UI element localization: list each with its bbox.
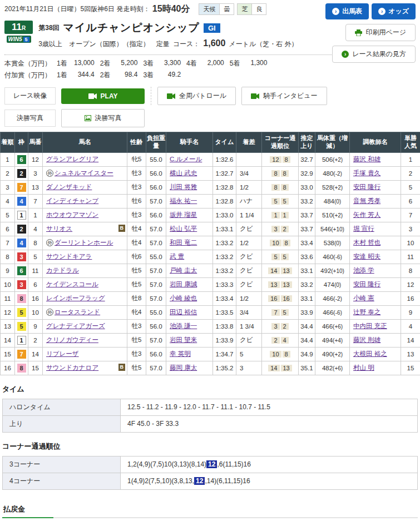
- jockey-link[interactable]: 幸 英明: [170, 350, 191, 357]
- jockey-link[interactable]: 武 豊: [170, 253, 184, 260]
- trainer-link[interactable]: 藤沢 則雄: [353, 336, 381, 343]
- horse-link[interactable]: サウンドカナロア: [46, 364, 98, 371]
- horse-link[interactable]: クリノガウディー: [46, 336, 98, 343]
- horse-link[interactable]: ロータスランド: [55, 309, 100, 315]
- trainer-cell: 村山 明: [350, 361, 401, 375]
- carried-weight-cell: 57.0: [146, 264, 166, 277]
- horse-number-cell: 15: [28, 361, 43, 375]
- chevron-right-icon: ›: [332, 8, 339, 15]
- jockey-link[interactable]: 松山 弘平: [170, 225, 197, 232]
- jockey-link[interactable]: 藤岡 康太: [170, 364, 197, 371]
- play-button[interactable]: PLAY: [61, 88, 145, 104]
- jockey-link[interactable]: 岩田 望来: [170, 336, 197, 343]
- trainer-link[interactable]: 安田 隆行: [353, 281, 381, 287]
- carried-weight-cell: 56.0: [146, 180, 166, 194]
- trainer-link[interactable]: 安達 昭夫: [353, 253, 381, 260]
- jockey-link[interactable]: 和田 竜二: [170, 239, 197, 246]
- jockey-interview-button[interactable]: 騎手インタビュー: [241, 87, 327, 105]
- horse-name-cell: Bサリオス: [43, 222, 127, 236]
- carried-weight-cell: 57.0: [146, 194, 166, 208]
- print-page-button[interactable]: 印刷用ページ: [345, 24, 416, 41]
- horse-link[interactable]: グランアレグリア: [46, 156, 98, 162]
- patrol-video-button[interactable]: 全周パトロール: [157, 87, 236, 105]
- trainer-link[interactable]: 安田 隆行: [353, 183, 381, 190]
- carried-weight-cell: 57.0: [146, 277, 166, 291]
- jockey-link[interactable]: 横山 武史: [170, 170, 197, 176]
- column-header: 馬番: [28, 132, 43, 153]
- time-cell: 1:33.9: [213, 333, 236, 347]
- corner-section-heading: コーナー通過順位: [2, 441, 418, 451]
- trainer-link[interactable]: 矢作 芳人: [353, 211, 381, 218]
- last-3f-cell: 33.7: [299, 208, 315, 222]
- trainer-link[interactable]: 辻野 泰之: [353, 309, 381, 315]
- entries-button[interactable]: › 出馬表: [325, 3, 369, 19]
- trainer-link[interactable]: 藤沢 和雄: [353, 156, 381, 162]
- prize-place: 2着: [100, 59, 111, 68]
- jockey-link[interactable]: 福永 祐一: [170, 197, 197, 204]
- jockey-link[interactable]: C.ルメール: [170, 156, 202, 162]
- trainer-link[interactable]: 村山 明: [353, 364, 374, 371]
- jockey-link[interactable]: 池添 謙一: [170, 322, 197, 329]
- column-header: タイム: [213, 132, 236, 153]
- horse-link[interactable]: リプレーザ: [46, 350, 79, 357]
- result-row: 16815Bサウンドカナロア牡557.0藤岡 康太1:35.23141335.1…: [1, 361, 420, 375]
- horse-link[interactable]: シュネルマイスター: [55, 170, 113, 176]
- trainer-cell: 堀 宣行: [350, 222, 401, 236]
- corner-position-cell: 32: [262, 319, 299, 333]
- horse-link[interactable]: インディチャンプ: [46, 197, 98, 204]
- body-weight-value: 506: [322, 156, 333, 163]
- jockey-link[interactable]: 川田 将雅: [170, 183, 197, 190]
- patrol-button-label: 全周パトロール: [179, 91, 226, 101]
- last-3f-cell: 34.4: [299, 319, 315, 333]
- trainer-link[interactable]: 木村 哲也: [353, 239, 381, 246]
- finish-photo-button[interactable]: 決勝写真: [61, 109, 145, 127]
- frame-badge: 7: [17, 183, 26, 192]
- horse-link[interactable]: カテドラル: [46, 267, 79, 274]
- horse-link[interactable]: グレナディアガーズ: [46, 322, 105, 329]
- winner-highlight: 12: [194, 477, 205, 485]
- body-weight-cell: 510(+2): [315, 208, 350, 222]
- jockey-cell: 武 豊: [166, 250, 213, 264]
- frame-badge: 7: [17, 350, 26, 359]
- corner-pass-box: 8: [271, 184, 279, 191]
- trainer-link[interactable]: 小崎 憲: [353, 295, 374, 301]
- blinker-badge: B: [118, 225, 126, 232]
- trainer-link[interactable]: 堀 宣行: [353, 225, 374, 232]
- corner-position-cell: 1413: [262, 361, 299, 375]
- result-guide-button[interactable]: › レース結果の見方: [332, 46, 416, 63]
- body-weight-value: 546: [320, 226, 331, 232]
- horse-link[interactable]: ダーリントンホール: [55, 239, 113, 246]
- trainer-link[interactable]: 音無 秀孝: [353, 197, 381, 204]
- jockey-link[interactable]: 小崎 綾也: [170, 295, 197, 301]
- body-weight-cell: 546(+10): [315, 222, 350, 236]
- rank-cell: 15: [1, 347, 15, 361]
- result-row: 748外ダーリントンホール牡457.0和田 竜二1:33.21/210833.4…: [1, 236, 420, 250]
- corner-pass-box: 16: [268, 295, 279, 302]
- horse-link[interactable]: レインボーフラッグ: [46, 295, 105, 301]
- result-row: 3713ダノンザキッド牡356.0川田 将雅1:32.81/28833.0528…: [1, 180, 420, 194]
- favorite-rank-cell: 10: [401, 236, 420, 250]
- trainer-link[interactable]: 池添 学: [353, 267, 374, 274]
- corner-pass-box: 13: [268, 281, 279, 288]
- horse-link[interactable]: ケイデンスコール: [46, 281, 98, 287]
- frame-cell: 6: [15, 264, 28, 277]
- frame-cell: 8: [15, 291, 28, 305]
- horse-number-cell: 13: [28, 180, 43, 194]
- jockey-link[interactable]: 坂井 瑠星: [170, 211, 197, 218]
- horse-link[interactable]: ホウオウアマゾン: [46, 211, 98, 218]
- weather-value: 良: [252, 3, 266, 15]
- rank-cell: 11: [1, 291, 15, 305]
- horse-link[interactable]: ダノンザキッド: [46, 183, 92, 190]
- trainer-link[interactable]: 大根田 裕之: [353, 350, 387, 357]
- weather-label: 芝: [237, 3, 252, 15]
- trainer-link[interactable]: 中内田 充正: [353, 322, 387, 329]
- horse-link[interactable]: サリオス: [46, 225, 72, 232]
- jockey-link[interactable]: 戸崎 圭太: [170, 267, 197, 274]
- jockey-link[interactable]: 岩田 康誠: [170, 281, 197, 287]
- trainer-link[interactable]: 手塚 貴久: [353, 170, 381, 176]
- margin-cell: 1 1/4: [236, 208, 262, 222]
- odds-button[interactable]: › オッズ: [372, 3, 416, 19]
- favorite-rank-cell: 7: [401, 208, 420, 222]
- jockey-link[interactable]: 田辺 裕信: [170, 309, 197, 315]
- horse-link[interactable]: サウンドキアラ: [46, 253, 92, 260]
